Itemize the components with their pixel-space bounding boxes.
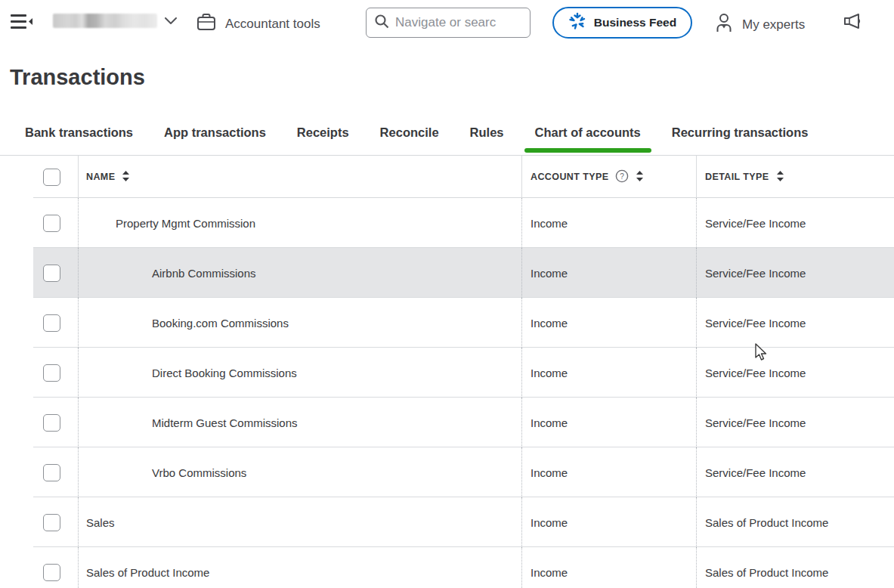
detail-type-value: Service/Fee Income xyxy=(696,298,894,348)
tab-app-transactions[interactable]: App transactions xyxy=(164,125,266,140)
account-type-value: Income xyxy=(521,198,696,248)
account-type-column-label: ACCOUNT TYPE xyxy=(531,172,608,182)
detail-type-value: Sales of Product Income xyxy=(696,497,894,547)
account-row[interactable]: Property Mgmt Commission Income Service/… xyxy=(33,198,894,248)
account-row[interactable]: Vrbo Commissions Income Service/Fee Inco… xyxy=(33,447,894,497)
account-type-value: Income xyxy=(521,298,696,348)
tab-recurring-transactions[interactable]: Recurring transactions xyxy=(672,125,809,140)
account-type-value: Income xyxy=(521,248,696,298)
help-icon: ? xyxy=(615,169,629,185)
account-name: Sales of Product Income xyxy=(86,566,209,579)
account-name: Midterm Guest Commissions xyxy=(152,416,298,429)
detail-type-value: Service/Fee Income xyxy=(696,348,894,398)
my-experts-label: My experts xyxy=(742,17,805,32)
account-name: Direct Booking Commissions xyxy=(152,367,297,379)
account-row[interactable]: Booking.com Commissions Income Service/F… xyxy=(33,298,894,348)
account-type-help-button[interactable]: ? xyxy=(615,169,629,185)
tab-bank-transactions[interactable]: Bank transactions xyxy=(25,125,133,140)
quickbooks-app: Accountant tools Busines xyxy=(0,0,894,588)
spark-icon xyxy=(568,12,586,33)
header-account-type: ACCOUNT TYPE ? xyxy=(521,156,696,198)
my-experts-button[interactable]: My experts xyxy=(715,13,805,36)
sort-icon xyxy=(776,170,784,184)
account-name: Property Mgmt Commission xyxy=(116,217,255,230)
tab-chart-of-accounts[interactable]: Chart of accounts xyxy=(535,125,641,140)
row-checkbox[interactable] xyxy=(43,364,60,382)
table-body: Property Mgmt Commission Income Service/… xyxy=(33,198,894,588)
hamburger-icon xyxy=(11,23,33,34)
sort-icon xyxy=(122,170,130,184)
row-checkbox[interactable] xyxy=(43,414,60,432)
search-input[interactable] xyxy=(395,15,522,30)
tab-rules[interactable]: Rules xyxy=(470,125,504,140)
tab-receipts[interactable]: Receipts xyxy=(297,125,349,140)
detail-type-value: Sales of Product Income xyxy=(696,547,894,588)
chart-of-accounts-table: NAME ACCOUNT TYPE ? xyxy=(33,156,894,588)
account-type-value: Income xyxy=(521,547,696,588)
sort-icon xyxy=(636,170,644,184)
account-row[interactable]: Direct Booking Commissions Income Servic… xyxy=(33,348,894,398)
accountant-tools-label: Accountant tools xyxy=(225,17,320,32)
row-checkbox[interactable] xyxy=(43,564,60,581)
header-detail-type: DETAIL TYPE xyxy=(696,156,894,198)
account-name: Vrbo Commissions xyxy=(152,466,246,479)
company-name-redacted xyxy=(53,14,157,28)
account-row[interactable]: Airbnb Commissions Income Service/Fee In… xyxy=(33,248,894,298)
account-name: Booking.com Commissions xyxy=(152,317,289,330)
account-name: Sales xyxy=(86,516,115,529)
tab-reconcile[interactable]: Reconcile xyxy=(380,125,439,140)
megaphone-icon xyxy=(842,23,863,34)
account-row[interactable]: Sales of Product Income Income Sales of … xyxy=(33,547,894,588)
account-type-value: Income xyxy=(521,348,696,398)
announcements-button[interactable] xyxy=(842,12,863,34)
name-sort-button[interactable] xyxy=(122,170,130,184)
briefcase-icon xyxy=(196,12,216,36)
detail-type-value: Service/Fee Income xyxy=(696,398,894,447)
svg-text:?: ? xyxy=(620,172,625,180)
page-title: Transactions xyxy=(10,65,145,90)
business-feed-button[interactable]: Business Feed xyxy=(552,7,692,39)
company-switcher[interactable] xyxy=(53,14,177,28)
account-type-value: Income xyxy=(521,447,696,497)
detail-type-value: Service/Fee Income xyxy=(696,198,894,248)
select-all-checkbox[interactable] xyxy=(43,169,60,186)
global-search xyxy=(366,8,531,38)
header-checkbox-cell xyxy=(33,156,78,198)
chevron-down-icon xyxy=(157,14,177,28)
hamburger-menu-button[interactable] xyxy=(9,12,35,33)
top-navigation-bar: Accountant tools Busines xyxy=(0,0,894,45)
person-icon xyxy=(715,13,733,36)
row-checkbox[interactable] xyxy=(43,314,60,332)
account-type-value: Income xyxy=(521,497,696,547)
row-checkbox[interactable] xyxy=(43,265,60,282)
detail-type-value: Service/Fee Income xyxy=(696,447,894,497)
detail-type-sort-button[interactable] xyxy=(776,170,784,184)
business-feed-label: Business Feed xyxy=(594,16,676,29)
name-column-label: NAME xyxy=(86,172,115,182)
account-name: Airbnb Commissions xyxy=(152,267,256,280)
detail-type-value: Service/Fee Income xyxy=(696,248,894,298)
search-icon xyxy=(374,14,389,32)
transactions-tab-bar: Bank transactions App transactions Recei… xyxy=(25,125,808,140)
header-name: NAME xyxy=(78,156,521,198)
accountant-tools-button[interactable]: Accountant tools xyxy=(196,12,320,36)
account-row[interactable]: Midterm Guest Commissions Income Service… xyxy=(33,398,894,447)
row-checkbox[interactable] xyxy=(43,464,60,481)
table-header-row: NAME ACCOUNT TYPE ? xyxy=(33,156,894,198)
account-type-sort-button[interactable] xyxy=(636,170,644,184)
account-type-value: Income xyxy=(521,398,696,447)
row-checkbox[interactable] xyxy=(43,215,60,232)
row-checkbox[interactable] xyxy=(43,514,60,531)
account-row[interactable]: Sales Income Sales of Product Income xyxy=(33,497,894,547)
detail-type-column-label: DETAIL TYPE xyxy=(705,172,769,182)
